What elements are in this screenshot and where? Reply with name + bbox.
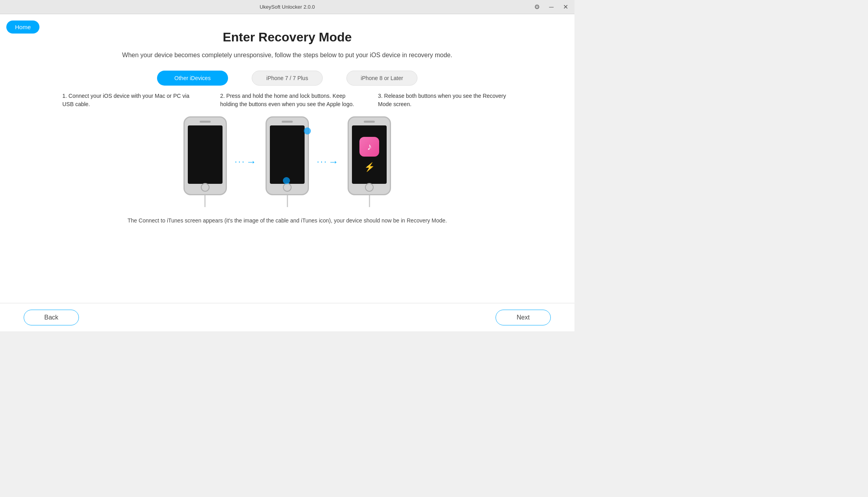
step-3-text: 3. Release both buttons when you see the… (378, 92, 512, 108)
phone-1-cable (204, 195, 206, 207)
tab-other-idevices[interactable]: Other iDevices (157, 71, 228, 86)
phone-1-screen (188, 125, 223, 184)
close-icon[interactable]: ✕ (561, 2, 570, 11)
phone-2-home (283, 183, 292, 192)
phone-3-wrap: ♪ ⚡ (348, 116, 391, 195)
itunes-icon: ♪ (359, 137, 379, 157)
arrow-2: ··· → (317, 156, 340, 168)
back-button[interactable]: Back (24, 310, 79, 325)
arrow-1: ··· → (235, 156, 258, 168)
steps-row: 1. Connect your iOS device with your Mac… (24, 92, 551, 108)
phone-1-body (183, 116, 227, 195)
phone-2-speaker (282, 121, 293, 123)
phones-row: ··· → (24, 116, 551, 207)
footer: Back Next (0, 303, 574, 331)
app-title: UkeySoft Unlocker 2.0.0 (260, 4, 315, 10)
window-controls: ⚙ ─ ✕ (533, 2, 570, 11)
titlebar: UkeySoft Unlocker 2.0.0 ⚙ ─ ✕ (0, 0, 574, 14)
phone-1 (183, 116, 227, 207)
step-2-text: 2. Press and hold the home and lock butt… (220, 92, 354, 108)
press-dot-bottom (283, 177, 290, 184)
phone-1-speaker (200, 121, 211, 123)
step-3: 3. Release both buttons when you see the… (378, 92, 512, 108)
phone-1-home (201, 183, 210, 192)
step-1: 1. Connect your iOS device with your Mac… (62, 92, 196, 108)
tab-iphone7[interactable]: iPhone 7 / 7 Plus (252, 71, 323, 86)
content-area: Enter Recovery Mode When your device bec… (0, 14, 574, 303)
phone-2 (266, 116, 309, 207)
phone-3-screen: ♪ ⚡ (352, 125, 387, 184)
phone-2-screen (270, 125, 305, 184)
dots-icon: ··· (235, 157, 245, 167)
subtitle-text: When your device becomes completely unre… (122, 52, 453, 59)
phone-3-cable (369, 195, 370, 207)
home-button[interactable]: Home (6, 21, 39, 34)
phone-3-home (365, 183, 374, 192)
phone-3-speaker (364, 121, 375, 123)
arrow-icon: → (246, 156, 258, 168)
arrow-icon-2: → (328, 156, 340, 168)
phone-1-wrap (183, 116, 227, 195)
step-1-text: 1. Connect your iOS device with your Mac… (62, 92, 196, 108)
minimize-icon[interactable]: ─ (548, 3, 555, 11)
settings-icon[interactable]: ⚙ (533, 2, 541, 11)
step-2: 2. Press and hold the home and lock butt… (220, 92, 354, 108)
tabs-row: Other iDevices iPhone 7 / 7 Plus iPhone … (24, 71, 551, 86)
cable-symbol: ⚡ (364, 162, 375, 172)
phone-2-wrap (266, 116, 309, 195)
phone-3-body: ♪ ⚡ (348, 116, 391, 195)
main-window: Home Enter Recovery Mode When your devic… (0, 14, 574, 331)
press-dot-top (304, 127, 311, 135)
tab-iphone8[interactable]: iPhone 8 or Later (346, 71, 417, 86)
phone-3: ♪ ⚡ (348, 116, 391, 207)
phone-2-cable (287, 195, 288, 207)
bottom-text: The Connect to iTunes screen appears (it… (104, 217, 470, 224)
next-button[interactable]: Next (496, 310, 551, 325)
dots-icon-2: ··· (317, 157, 327, 167)
page-title: Enter Recovery Mode (223, 30, 352, 45)
